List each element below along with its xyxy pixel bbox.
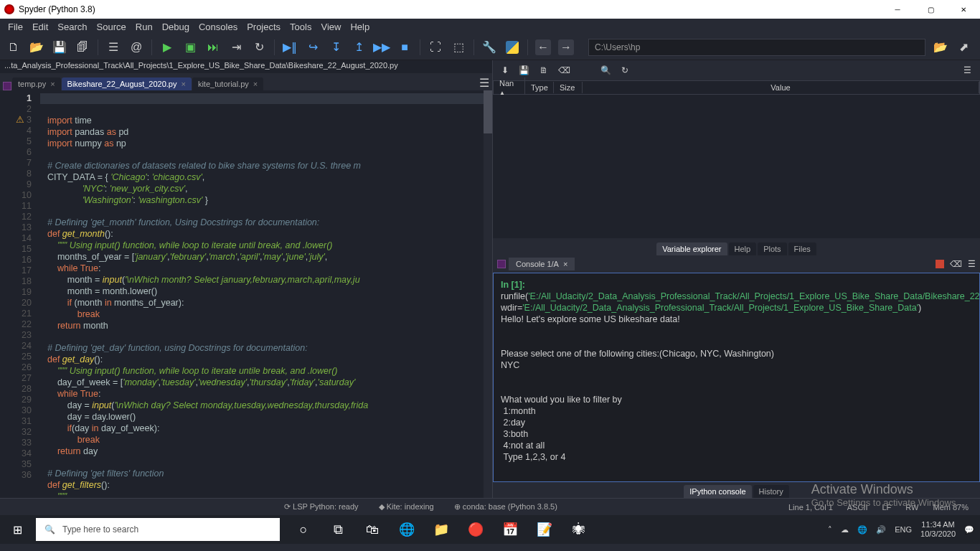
tab-history[interactable]: History xyxy=(753,485,789,498)
menu-tools[interactable]: Tools xyxy=(286,20,315,34)
refresh-var-icon[interactable]: ↻ xyxy=(621,65,628,75)
menubar: File Edit Search Source Run Debug Consol… xyxy=(0,19,980,34)
tab-help[interactable]: Help xyxy=(729,242,757,255)
taskbar-search[interactable]: 🔍 Type here to search xyxy=(36,518,280,541)
import-data-icon[interactable]: ⬇ xyxy=(501,65,509,75)
col-type[interactable]: Type xyxy=(525,82,554,93)
minimize-button[interactable]: ─ xyxy=(881,0,914,19)
stop-kernel-icon[interactable] xyxy=(936,260,944,268)
menu-search[interactable]: Search xyxy=(54,20,90,34)
code-editor[interactable]: 1 2 ⚠ 3 456 789 101112 131415 161718 192… xyxy=(0,90,492,498)
menu-help[interactable]: Help xyxy=(347,20,373,34)
rerun-icon[interactable]: ↻ xyxy=(251,39,267,55)
outline-icon[interactable]: ☰ xyxy=(105,39,121,55)
console-tab-1a[interactable]: Console 1/A× xyxy=(509,258,575,270)
activate-windows-watermark: Activate Windows Go to Settings to activ… xyxy=(811,482,958,508)
status-kite: ◆ Kite: indexing xyxy=(379,502,434,512)
stop-debug-icon[interactable]: ■ xyxy=(397,39,413,55)
close-tab-icon[interactable]: × xyxy=(253,80,258,88)
new-file-icon[interactable]: 🗋 xyxy=(6,39,22,55)
search-var-icon[interactable]: 🔍 xyxy=(600,65,611,75)
open-file-icon[interactable]: 📂 xyxy=(29,39,44,55)
preferences-icon[interactable]: 🔧 xyxy=(481,39,497,55)
calendar-icon[interactable]: 📅 xyxy=(494,515,527,544)
run-cell-advance-icon[interactable]: ⏭ xyxy=(205,39,221,55)
clear-console-icon[interactable]: ⌫ xyxy=(950,259,962,269)
sublime-icon[interactable]: 📝 xyxy=(528,515,561,544)
chrome-icon[interactable]: 🔴 xyxy=(459,515,492,544)
step-icon[interactable]: ↪ xyxy=(305,39,321,55)
back-icon[interactable]: ← xyxy=(535,39,551,55)
tray-notifications-icon[interactable]: 💬 xyxy=(964,525,974,534)
right-top-tabs: Variable explorer Help Plots Files xyxy=(493,238,980,255)
tab-variable-explorer[interactable]: Variable explorer xyxy=(656,242,727,255)
task-view-icon[interactable]: ⧉ xyxy=(321,515,354,544)
tab-browse-icon[interactable] xyxy=(3,82,11,90)
step-out-icon[interactable]: ↥ xyxy=(351,39,367,55)
python-path-icon[interactable] xyxy=(504,39,520,55)
col-value[interactable]: Value xyxy=(583,82,979,93)
tray-onedrive-icon[interactable]: ☁ xyxy=(841,525,849,534)
editor-scrollbar[interactable] xyxy=(484,90,492,498)
explorer-icon[interactable]: 📁 xyxy=(425,515,458,544)
save-icon[interactable]: 💾 xyxy=(52,39,67,55)
continue-icon[interactable]: ▶▶ xyxy=(374,39,390,55)
step-into-icon[interactable]: ↧ xyxy=(328,39,344,55)
menu-edit[interactable]: Edit xyxy=(29,20,52,34)
forward-icon[interactable]: → xyxy=(558,39,574,55)
cortana-icon[interactable]: ○ xyxy=(287,515,320,544)
run-cell-icon[interactable]: ▣ xyxy=(182,39,198,55)
save-data-icon[interactable]: 💾 xyxy=(519,65,529,75)
start-button[interactable]: ⊞ xyxy=(0,515,34,544)
tray-volume-icon[interactable]: 🔊 xyxy=(876,525,886,534)
var-table-body xyxy=(493,95,980,238)
close-console-icon[interactable]: × xyxy=(563,260,567,268)
menu-projects[interactable]: Projects xyxy=(243,20,284,34)
tray-lang[interactable]: ENG xyxy=(895,525,912,534)
close-tab-icon[interactable]: × xyxy=(50,80,55,88)
maximize-pane-icon[interactable]: ⛶ xyxy=(428,39,443,55)
spyder-logo-icon xyxy=(4,4,14,14)
menu-consoles[interactable]: Consoles xyxy=(195,20,241,34)
run-selection-icon[interactable]: ⇥ xyxy=(228,39,244,55)
save-all-icon[interactable]: 🗐 xyxy=(75,39,90,55)
working-dir-input[interactable]: C:\Users\hp xyxy=(588,39,925,56)
fullscreen-icon[interactable]: ⬚ xyxy=(451,39,466,55)
store-icon[interactable]: 🛍 xyxy=(356,515,389,544)
browse-dir-icon[interactable]: 📂 xyxy=(933,39,948,55)
var-options-icon[interactable]: ☰ xyxy=(963,65,971,75)
parent-dir-icon[interactable]: ⬈ xyxy=(956,39,971,55)
tab-files[interactable]: Files xyxy=(788,242,816,255)
debug-icon[interactable]: ▶‖ xyxy=(282,39,298,55)
remove-all-icon[interactable]: ⌫ xyxy=(558,65,570,75)
menu-file[interactable]: File xyxy=(4,20,27,34)
var-explorer-toolbar: ⬇ 💾 🗎 ⌫ 🔍 ↻ ☰ xyxy=(493,60,980,80)
tab-ipython[interactable]: IPython console xyxy=(684,485,751,498)
edge-icon[interactable]: 🌐 xyxy=(390,515,423,544)
tray-clock[interactable]: 11:34 AM 10/3/2020 xyxy=(920,520,956,539)
menu-source[interactable]: Source xyxy=(93,20,130,34)
run-icon[interactable]: ▶ xyxy=(159,39,175,55)
close-button[interactable]: ✕ xyxy=(947,0,980,19)
tray-chevron-icon[interactable]: ˄ xyxy=(828,525,832,534)
ipython-console[interactable]: In [1]: runfile('E:/All_Udacity/2_Data_A… xyxy=(493,273,980,482)
tab-plots[interactable]: Plots xyxy=(758,242,786,255)
spyder-task-icon[interactable]: 🕷 xyxy=(562,515,595,544)
col-size[interactable]: Size xyxy=(554,82,583,93)
console-options-icon[interactable]: ☰ xyxy=(968,259,976,269)
tab-kite[interactable]: kite_tutorial.py× xyxy=(192,77,263,90)
menu-debug[interactable]: Debug xyxy=(159,20,193,34)
maximize-button[interactable]: ▢ xyxy=(914,0,947,19)
at-icon[interactable]: @ xyxy=(128,39,144,55)
tab-temp[interactable]: temp.py× xyxy=(12,77,61,90)
tray-network-icon[interactable]: 🌐 xyxy=(857,525,867,534)
tab-bikeshare[interactable]: Bikeshare_22_August_2020.py× xyxy=(62,77,192,90)
save-as-icon[interactable]: 🗎 xyxy=(540,65,548,75)
console-tabbar: Console 1/A× ⌫ ☰ xyxy=(493,255,980,273)
close-tab-icon[interactable]: × xyxy=(181,80,185,88)
menu-view[interactable]: View xyxy=(317,20,344,34)
window-title: Spyder (Python 3.8) xyxy=(19,4,95,14)
editor-options-icon[interactable]: ☰ xyxy=(476,75,492,90)
console-browse-icon[interactable] xyxy=(497,260,506,268)
menu-run[interactable]: Run xyxy=(132,20,156,34)
